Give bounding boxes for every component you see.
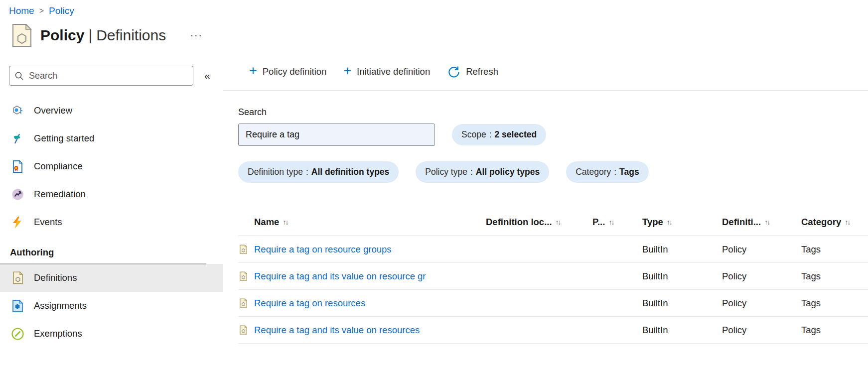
page-title-secondary: Definitions	[96, 27, 166, 43]
remediation-icon	[11, 188, 24, 201]
breadcrumb-policy-link[interactable]: Policy	[49, 5, 74, 16]
pill-label: Definition type	[248, 167, 303, 177]
column-header-name[interactable]: Name ↑↓	[254, 217, 288, 228]
sidebar-item-overview[interactable]: Overview	[0, 97, 223, 124]
pill-label: Scope	[461, 129, 486, 140]
sidebar-item-getting-started[interactable]: Getting started	[0, 124, 223, 152]
chevron-right-icon: >	[39, 6, 44, 15]
column-label: Type	[642, 217, 663, 228]
pill-label: Category	[576, 167, 611, 177]
sidebar-item-assignments[interactable]: Assignments	[0, 292, 223, 320]
collapse-sidebar-icon[interactable]: «	[204, 70, 210, 82]
breadcrumb: Home > Policy	[0, 0, 868, 17]
sidebar-item-label: Assignments	[34, 300, 87, 311]
definition-link[interactable]: Require a tag and its value on resource …	[254, 271, 426, 282]
sidebar-item-remediation[interactable]: Remediation	[0, 180, 223, 208]
table-row: Require a tag on resource groups BuiltIn…	[238, 236, 868, 263]
refresh-icon	[447, 65, 461, 79]
initiative-definition-button[interactable]: + Initiative definition	[343, 66, 430, 78]
sidebar-section-authoring: Authoring	[0, 241, 223, 264]
pill-separator: :	[470, 167, 473, 177]
cell-category: Tags	[801, 298, 868, 309]
sidebar-item-label: Compliance	[34, 161, 83, 172]
sort-icon: ↑↓	[283, 218, 288, 226]
main-content: + Policy definition + Initiative definit…	[223, 53, 868, 357]
column-label: Definition loc...	[486, 217, 552, 228]
policy-doc-icon	[12, 24, 32, 47]
pill-label: Policy type	[425, 167, 467, 177]
pill-value: Tags	[619, 167, 639, 177]
cell-type: BuiltIn	[642, 244, 722, 255]
events-icon	[11, 216, 24, 229]
sidebar-item-events[interactable]: Events	[0, 208, 223, 236]
table-row: Require a tag and its value on resource …	[238, 263, 868, 290]
sidebar-search-input[interactable]	[29, 71, 178, 81]
policy-definition-button[interactable]: + Policy definition	[249, 66, 326, 78]
column-label: Category	[801, 217, 841, 228]
sidebar-item-label: Overview	[34, 105, 72, 116]
sidebar-item-exemptions[interactable]: Exemptions	[0, 320, 223, 348]
page-title-primary: Policy	[40, 27, 84, 43]
policy-definition-icon	[239, 325, 248, 335]
column-header-definition-type[interactable]: Definiti... ↑↓	[722, 217, 769, 228]
cell-definition-type: Policy	[722, 271, 801, 282]
page-title: Policy|Definitions	[40, 27, 166, 44]
refresh-button[interactable]: Refresh	[447, 65, 498, 79]
breadcrumb-home-link[interactable]: Home	[9, 5, 34, 16]
column-header-definition-location[interactable]: Definition loc... ↑↓	[486, 217, 561, 228]
sidebar-item-compliance[interactable]: Compliance	[0, 152, 223, 180]
refresh-label: Refresh	[466, 66, 498, 77]
policy-definition-icon	[239, 298, 248, 308]
sidebar-item-definitions[interactable]: Definitions	[0, 264, 223, 292]
column-header-type[interactable]: Type ↑↓	[642, 217, 672, 228]
definition-type-filter-pill[interactable]: Definition type : All definition types	[238, 161, 399, 183]
plus-icon: +	[249, 64, 257, 78]
cell-category: Tags	[801, 271, 868, 282]
definition-link[interactable]: Require a tag on resources	[254, 298, 365, 309]
sidebar-item-label: Events	[34, 217, 62, 228]
definitions-search-input[interactable]	[238, 123, 435, 146]
command-bar: + Policy definition + Initiative definit…	[223, 53, 868, 91]
table-row: Require a tag on resources BuiltIn Polic…	[238, 290, 868, 317]
policy-definition-icon	[239, 245, 248, 254]
definition-link[interactable]: Require a tag and its value on resources	[254, 325, 420, 336]
cell-definition-type: Policy	[722, 325, 801, 336]
policy-definition-label: Policy definition	[263, 66, 327, 77]
pill-separator: :	[306, 167, 308, 177]
sort-icon: ↑↓	[764, 218, 769, 226]
cell-category: Tags	[801, 325, 868, 336]
policy-definition-icon	[239, 271, 248, 281]
column-header-policies[interactable]: P... ↑↓	[592, 217, 613, 228]
pill-value: 2 selected	[495, 129, 537, 140]
more-menu-icon[interactable]: ···	[187, 28, 205, 43]
pill-separator: :	[489, 129, 492, 140]
column-label: Definiti...	[722, 217, 761, 228]
sort-icon: ↑↓	[667, 218, 672, 226]
sort-icon: ↑↓	[845, 218, 850, 226]
category-filter-pill[interactable]: Category : Tags	[566, 161, 648, 183]
table-row: Require a tag and its value on resources…	[238, 317, 868, 344]
compliance-icon	[11, 160, 24, 173]
sidebar: « Overview	[0, 53, 223, 357]
cell-type: BuiltIn	[642, 271, 722, 282]
sidebar-search-box	[9, 66, 193, 86]
scope-filter-pill[interactable]: Scope : 2 selected	[452, 124, 546, 145]
search-filter-label: Search	[238, 107, 868, 118]
getting-started-icon	[11, 132, 24, 145]
pill-value: All policy types	[476, 167, 540, 177]
column-label: Name	[254, 217, 279, 228]
cell-type: BuiltIn	[642, 298, 722, 309]
pill-separator: :	[614, 167, 616, 177]
cell-definition-type: Policy	[722, 244, 801, 255]
column-header-category[interactable]: Category ↑↓	[801, 217, 850, 228]
policy-type-filter-pill[interactable]: Policy type : All policy types	[416, 161, 549, 183]
page-title-separator: |	[88, 27, 92, 43]
assignments-icon	[11, 299, 24, 313]
definitions-icon	[11, 271, 24, 285]
cell-type: BuiltIn	[642, 325, 722, 336]
initiative-definition-label: Initiative definition	[357, 66, 430, 77]
sidebar-item-label: Remediation	[34, 189, 86, 200]
sidebar-item-label: Getting started	[34, 133, 94, 144]
plus-icon: +	[343, 64, 351, 78]
definition-link[interactable]: Require a tag on resource groups	[254, 244, 392, 255]
